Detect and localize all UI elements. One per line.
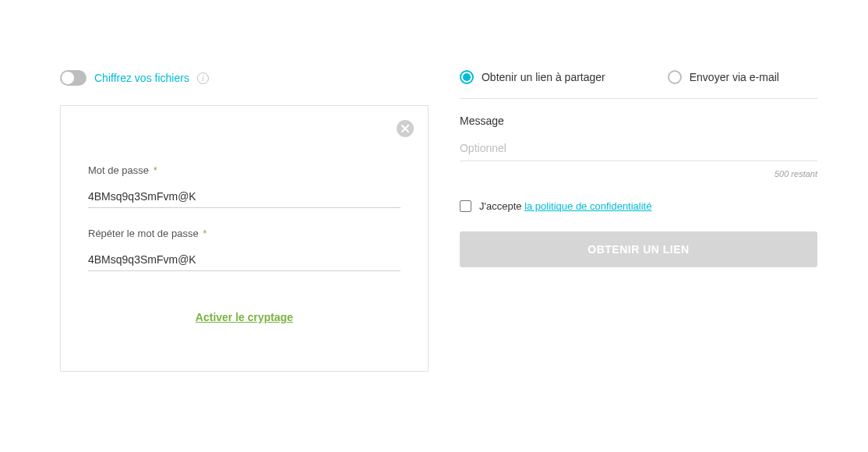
password-field-group: Mot de passe * <box>88 164 400 208</box>
radio-link <box>460 70 474 84</box>
encrypt-toggle-label: Chiffrez vos fichiers <box>94 72 189 84</box>
radio-option-email[interactable]: Envoyer via e-mail <box>668 70 779 84</box>
privacy-policy-link[interactable]: la politique de confidentialité <box>524 200 651 212</box>
close-icon <box>401 125 409 132</box>
activate-encryption-row: Activer le cryptage <box>88 310 400 324</box>
radio-email-label: Envoyer via e-mail <box>690 71 779 83</box>
delivery-radio-group: Obtenir un lien à partager Envoyer via e… <box>460 70 817 99</box>
toggle-knob <box>62 72 74 84</box>
repeat-password-label-text: Répéter le mot de passe <box>88 228 199 239</box>
accept-row: J'accepte la politique de confidentialit… <box>460 200 817 212</box>
radio-link-label: Obtenir un lien à partager <box>482 71 605 83</box>
radio-email <box>668 70 682 84</box>
repeat-password-field-group: Répéter le mot de passe * <box>88 228 400 271</box>
message-input[interactable] <box>460 139 817 161</box>
repeat-password-label: Répéter le mot de passe * <box>88 228 400 239</box>
password-card: Mot de passe * Répéter le mot de passe *… <box>60 105 429 372</box>
password-label-text: Mot de passe <box>88 164 149 176</box>
accept-prefix: J'accepte <box>479 200 522 212</box>
message-label: Message <box>460 115 817 127</box>
radio-option-link[interactable]: Obtenir un lien à partager <box>460 70 605 84</box>
password-label: Mot de passe * <box>88 164 400 176</box>
get-link-button[interactable]: OBTENIR UN LIEN <box>460 231 817 267</box>
password-input[interactable] <box>88 185 400 208</box>
accept-text: J'accepte la politique de confidentialit… <box>479 200 651 212</box>
repeat-password-input[interactable] <box>88 249 400 271</box>
info-icon[interactable]: i <box>197 72 209 84</box>
encrypt-toggle-row: Chiffrez vos fichiers i <box>60 70 429 86</box>
close-button[interactable] <box>397 120 414 137</box>
accept-checkbox[interactable] <box>460 200 471 212</box>
message-counter: 500 restant <box>460 169 817 178</box>
activate-encryption-link[interactable]: Activer le cryptage <box>196 311 293 323</box>
required-star: * <box>200 228 207 239</box>
required-star: * <box>150 164 157 176</box>
encrypt-toggle[interactable] <box>60 70 86 86</box>
